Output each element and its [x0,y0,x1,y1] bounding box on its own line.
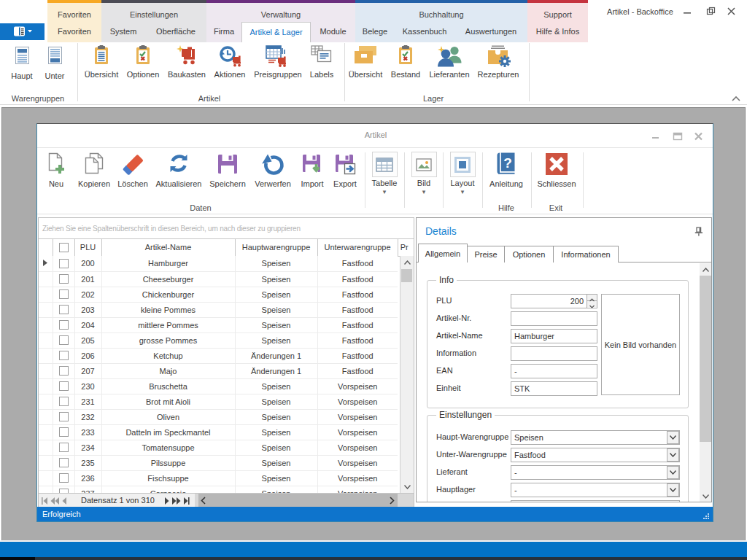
svg-text:?: ? [503,155,512,171]
